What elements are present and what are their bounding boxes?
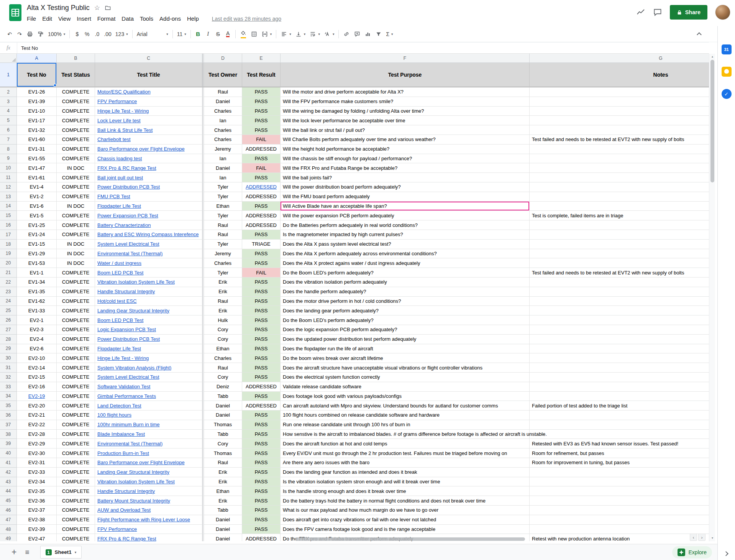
fill-color-button[interactable] <box>238 29 249 39</box>
row-number[interactable]: 26 <box>0 315 17 325</box>
cell-test-title[interactable]: Handle Structural Integrity <box>95 287 202 297</box>
cell-test-owner[interactable]: Daniel <box>204 163 242 173</box>
row-number[interactable]: 20 <box>0 258 17 268</box>
formula-bar-input[interactable]: Test No <box>17 43 709 53</box>
cell-test-no[interactable]: EV2-35 <box>17 486 57 496</box>
cell-test-owner[interactable]: Daniel <box>204 411 242 420</box>
cell-test-no[interactable]: EV2-30 <box>17 448 57 458</box>
test-title-link[interactable]: FPV Performance <box>97 526 137 532</box>
row-number[interactable]: 14 <box>0 202 17 211</box>
cell-test-result[interactable]: PASS <box>242 325 281 335</box>
cell-test-owner[interactable]: Jeremy <box>204 145 242 154</box>
cell-test-owner[interactable]: Charles <box>204 125 242 135</box>
bold-button[interactable]: B <box>193 29 203 39</box>
cell-test-result[interactable]: PASS <box>242 335 281 344</box>
cell-notes[interactable] <box>530 220 709 230</box>
row-number[interactable]: 46 <box>0 506 17 515</box>
test-title-link[interactable]: Battery Characterization <box>97 222 151 228</box>
cell-test-no[interactable]: EV1-26 <box>17 87 57 97</box>
cell-test-no[interactable]: EV2-20 <box>17 401 57 411</box>
test-title-link[interactable]: Environmental Test (Thermal) <box>97 441 162 447</box>
cell-test-result[interactable]: ADDRESSED <box>242 145 281 154</box>
redo-button[interactable]: ↷ <box>15 29 25 39</box>
cell-test-status[interactable]: IN DOC <box>57 163 95 173</box>
cell-test-status[interactable]: COMPLETE <box>57 458 95 468</box>
cell-test-result[interactable]: PASS <box>242 107 281 116</box>
insert-link-button[interactable] <box>341 29 352 39</box>
cell-test-title[interactable]: Power Distribution PCB Test <box>95 335 202 344</box>
tasks-icon[interactable]: ✓ <box>722 89 732 99</box>
undo-button[interactable]: ↶ <box>5 29 15 39</box>
cell-test-status[interactable]: COMPLETE <box>57 297 95 306</box>
cell-test-status[interactable]: COMPLETE <box>57 534 95 541</box>
row-number[interactable]: 9 <box>0 154 17 164</box>
cell-test-status[interactable]: COMPLETE <box>57 496 95 506</box>
cell-test-purpose[interactable]: Does the electrical system function corr… <box>281 373 530 382</box>
row-number[interactable]: 7 <box>0 135 17 145</box>
cell-test-result[interactable]: ADDRESSED <box>242 220 281 230</box>
cell-notes[interactable]: Test is complete, failed items are in tr… <box>530 211 709 220</box>
cell-test-owner[interactable]: Daniel <box>204 97 242 107</box>
cell-test-purpose[interactable]: Does the logic expansion PCB perform ade… <box>281 325 530 335</box>
cell-test-title[interactable]: Vibration Isolation System Life Test <box>95 278 202 287</box>
cell-test-no[interactable]: EV1-39 <box>17 97 57 107</box>
test-title-link[interactable]: 100hr minimum Burn in time <box>97 422 160 427</box>
row-number[interactable]: 34 <box>0 392 17 401</box>
row-number[interactable]: 21 <box>0 268 17 278</box>
cell-test-purpose[interactable]: Does the Alta X perform adequately acros… <box>281 249 530 259</box>
test-no-link[interactable]: EV2-19 <box>28 393 45 399</box>
cell-test-status[interactable]: COMPLETE <box>57 287 95 297</box>
cell-test-result[interactable]: PASS <box>242 249 281 259</box>
row-number[interactable]: 10 <box>0 163 17 173</box>
row-number[interactable]: 8 <box>0 145 17 154</box>
cell-notes[interactable] <box>530 306 709 315</box>
test-title-link[interactable]: Vibration Isolation System Life Test <box>97 479 175 484</box>
cell-test-purpose[interactable]: Does the Alta X protect agains water / d… <box>281 258 530 268</box>
cell-test-result[interactable]: PASS <box>242 430 281 439</box>
cell-test-purpose[interactable]: Does the vibration isolation perform ade… <box>281 278 530 287</box>
cell-test-no[interactable]: EV1-5 <box>17 211 57 220</box>
cell-test-title[interactable]: Environmental Test (Thermal) <box>95 249 202 259</box>
cell-test-no[interactable]: EV1-33 <box>17 306 57 315</box>
test-title-link[interactable]: Land Detection Test <box>97 403 141 409</box>
cell-test-no[interactable]: EV2-28 <box>17 430 57 439</box>
cell-test-status[interactable]: COMPLETE <box>57 325 95 335</box>
test-title-link[interactable]: AUW and Overload Test <box>97 507 151 513</box>
activity-chart-icon[interactable] <box>636 8 645 17</box>
cell-test-title[interactable]: Water / dust ingress <box>95 258 202 268</box>
scroll-right-arrow[interactable]: › <box>698 534 705 541</box>
cell-test-title[interactable]: FPV Performance <box>95 525 202 534</box>
cell-test-no[interactable]: EV1-31 <box>17 145 57 154</box>
test-title-link[interactable]: FRX Pro & RC Range Test <box>97 536 156 541</box>
cell-test-owner[interactable]: Jeremy <box>204 249 242 259</box>
cell-test-owner[interactable]: Tabb <box>204 392 242 401</box>
cell-test-no[interactable]: EV1-60 <box>17 135 57 145</box>
cell-test-no[interactable]: EV1-29 <box>17 249 57 259</box>
cell-test-status[interactable]: COMPLETE <box>57 125 95 135</box>
row-number[interactable]: 17 <box>0 230 17 240</box>
menu-view[interactable]: View <box>55 14 74 23</box>
cell-test-title[interactable]: FRX Pro & RC Range Test <box>95 163 202 173</box>
cell-test-owner[interactable]: Daniel <box>204 515 242 525</box>
cell-test-owner[interactable]: Hulk <box>204 315 242 325</box>
cell-test-result[interactable]: ADDRESSED <box>242 401 281 411</box>
cell-test-purpose[interactable]: Will Charlie Bolts perform adequately ov… <box>281 135 530 145</box>
cell-notes[interactable] <box>530 97 709 107</box>
text-color-button[interactable]: A <box>223 29 233 39</box>
cell-test-purpose[interactable]: Does the updated power distribution test… <box>281 335 530 344</box>
test-title-link[interactable]: Environmental Test (Thermal) <box>97 251 162 256</box>
share-button[interactable]: Share <box>670 5 707 20</box>
row-number[interactable]: 28 <box>0 335 17 344</box>
horizontal-align-button[interactable]: ▾ <box>279 29 293 39</box>
cell-test-title[interactable]: Landing Gear Structural Integrity <box>95 468 202 477</box>
scroll-down-arrow[interactable]: ▾ <box>709 535 715 540</box>
cell-test-owner[interactable]: Tyler <box>204 211 242 220</box>
row-number[interactable]: 22 <box>0 278 17 287</box>
cell-test-owner[interactable]: Tyler <box>204 192 242 202</box>
test-title-link[interactable]: Baro Performance over Flight Envelope <box>97 460 185 465</box>
cell-test-status[interactable]: COMPLETE <box>57 192 95 202</box>
cell-test-result[interactable]: ADDRESSED <box>242 211 281 220</box>
cell-test-purpose[interactable]: Will the ball joints fail? <box>281 173 530 182</box>
cell-test-title[interactable]: Hot/cold test ESC <box>95 297 202 306</box>
cell-test-purpose[interactable]: Does footage look good with various payl… <box>281 392 530 401</box>
